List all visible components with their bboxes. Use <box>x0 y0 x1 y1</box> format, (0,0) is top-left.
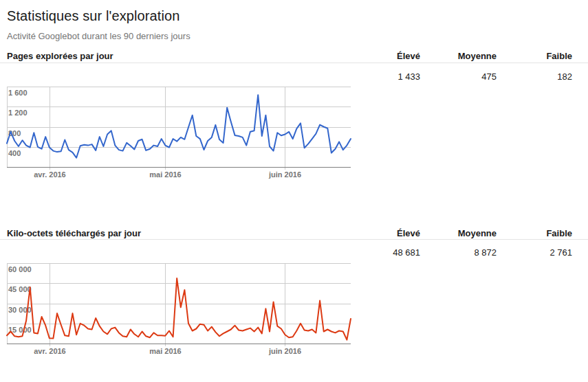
pages-crawled-high-value: 1 433 <box>338 71 420 82</box>
column-header-average: Moyenne <box>414 51 497 61</box>
section-label-kilobytes-downloaded: Kilo-octets téléchargés par jour <box>7 228 141 238</box>
column-header-low: Faible <box>490 228 572 238</box>
pages-crawled-chart: 4008001 2001 600avr. 2016mai 2016juin 20… <box>7 82 353 182</box>
column-header-low: Faible <box>490 51 572 61</box>
svg-text:400: 400 <box>8 149 21 157</box>
kilobytes-low-value: 2 761 <box>490 247 572 258</box>
svg-text:mai 2016: mai 2016 <box>149 170 181 179</box>
pages-crawled-average-value: 475 <box>414 71 497 82</box>
pages-crawled-low-value: 182 <box>490 71 572 82</box>
svg-text:avr. 2016: avr. 2016 <box>34 347 66 355</box>
kilobytes-average-value: 8 872 <box>414 247 497 258</box>
svg-text:1 200: 1 200 <box>8 109 28 117</box>
column-header-high: Élevé <box>338 51 420 61</box>
svg-text:45 000: 45 000 <box>8 285 32 293</box>
section-label-pages-crawled: Pages explorées par jour <box>7 51 113 61</box>
svg-text:juin 2016: juin 2016 <box>268 347 301 355</box>
svg-text:avr. 2016: avr. 2016 <box>34 170 66 179</box>
svg-text:mai 2016: mai 2016 <box>149 347 181 355</box>
page-title: Statistiques sur l'exploration <box>7 8 179 24</box>
section-separator <box>0 239 588 240</box>
section-separator <box>0 63 588 63</box>
svg-text:juin 2016: juin 2016 <box>268 170 301 179</box>
svg-text:1 600: 1 600 <box>8 89 28 97</box>
page-subtitle: Activité Googlebot durant les 90 dernier… <box>7 31 190 41</box>
kilobytes-high-value: 48 681 <box>338 247 420 258</box>
column-header-high: Élevé <box>338 228 420 238</box>
svg-text:60 000: 60 000 <box>8 265 32 273</box>
column-header-average: Moyenne <box>414 228 497 238</box>
kilobytes-downloaded-chart: 15 00030 00045 00060 000avr. 2016mai 201… <box>7 259 353 359</box>
